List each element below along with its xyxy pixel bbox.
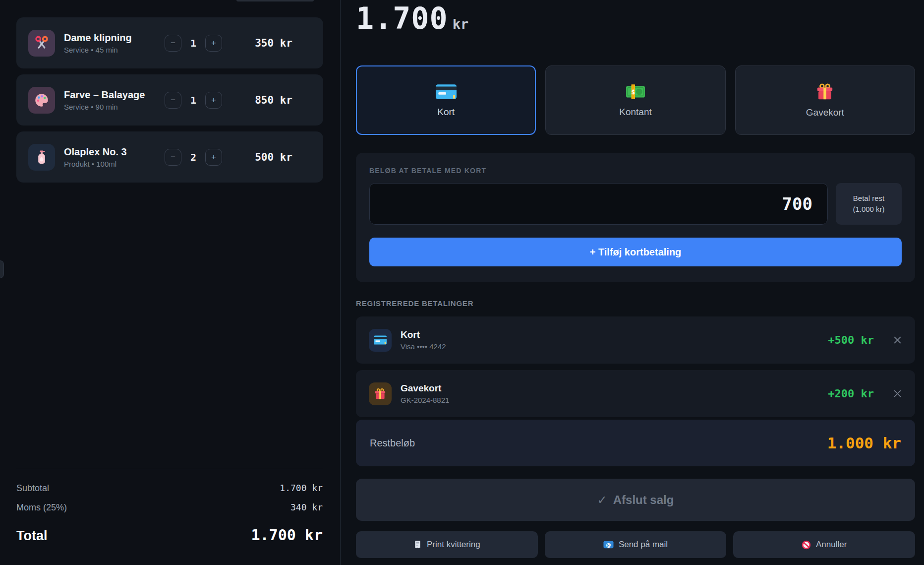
- remainder-row: Restbeløb 1.000 kr: [356, 420, 915, 466]
- cart-item-dame-klipning: Dame klipning Service • 45 min − 1 + 350…: [16, 17, 323, 68]
- credit-card-icon: [369, 329, 392, 352]
- total-label: Total: [16, 528, 48, 544]
- bottle-icon: [28, 144, 55, 171]
- tax-row: Moms (25%) 340 kr: [16, 502, 323, 513]
- pay-rest-line2: (1.000 kr): [853, 205, 884, 213]
- total-row: Total 1.700 kr: [16, 526, 323, 544]
- payment-method-detail: GK-2024-8821: [401, 396, 819, 404]
- payment-row-info: Kort Visa •••• 4242: [401, 329, 819, 351]
- subtotal-value: 1.700 kr: [280, 483, 323, 493]
- cancel-label: Annuller: [816, 540, 847, 550]
- decrease-quantity-button[interactable]: −: [165, 35, 181, 52]
- finish-sale-label: Afslut salg: [613, 493, 674, 507]
- item-meta: Service • 90 min: [64, 103, 156, 111]
- item-name: Dame klipning: [64, 32, 156, 44]
- pay-rest-line1: Betal rest: [853, 194, 884, 202]
- cash-icon: $: [625, 83, 646, 100]
- tax-value: 340 kr: [290, 502, 323, 512]
- gift-icon: [815, 83, 834, 101]
- scissors-icon: [28, 30, 55, 57]
- card-amount-input[interactable]: [369, 183, 828, 225]
- check-icon: ✓: [597, 493, 607, 507]
- tab-label: Gavekort: [806, 107, 844, 118]
- add-card-payment-button[interactable]: + Tilføj kortbetaling: [369, 238, 902, 266]
- item-info: Olaplex No. 3 Produkt • 100ml: [64, 146, 156, 168]
- total-value: 1.700 kr: [251, 526, 323, 544]
- quantity-value: 1: [182, 37, 204, 49]
- payment-amount: +500 kr: [828, 334, 874, 346]
- cart-item-olaplex: Olaplex No. 3 Produkt • 100ml − 2 + 500 …: [16, 131, 323, 183]
- registered-payment-gavekort: Gavekort GK-2024-8821 +200 kr: [356, 370, 915, 417]
- decrease-quantity-button[interactable]: −: [165, 92, 181, 109]
- item-meta: Service • 45 min: [64, 46, 156, 54]
- remainder-value: 1.000 kr: [827, 434, 901, 452]
- payment-amount: +200 kr: [828, 387, 874, 400]
- svg-text:$: $: [631, 88, 635, 95]
- amount-due-value: 1.700: [356, 3, 448, 34]
- payment-method-name: Gavekort: [401, 383, 819, 394]
- item-price: 850 kr: [238, 94, 292, 106]
- receipt-icon: [413, 540, 422, 550]
- amount-due: 1.700 kr: [356, 3, 915, 34]
- pay-rest-button[interactable]: Betal rest (1.000 kr): [836, 183, 902, 225]
- card-amount-row: Betal rest (1.000 kr): [369, 183, 902, 225]
- decrease-quantity-button[interactable]: −: [165, 149, 181, 166]
- cancel-button[interactable]: Annuller: [733, 531, 915, 558]
- item-price: 500 kr: [238, 151, 292, 163]
- tab-kontant[interactable]: $ Kontant: [545, 65, 725, 135]
- card-payment-form: BELØB AT BETALE MED KORT Betal rest (1.0…: [356, 153, 915, 282]
- tab-gavekort[interactable]: Gavekort: [735, 65, 915, 135]
- cart-item-farve-balayage: Farve – Balayage Service • 90 min − 1 + …: [16, 74, 323, 126]
- quantity-value: 1: [182, 94, 204, 106]
- remove-payment-button[interactable]: [893, 335, 902, 345]
- close-icon: [893, 335, 902, 345]
- email-icon: @: [603, 541, 614, 549]
- panel-drag-handle[interactable]: [0, 260, 4, 278]
- scrolled-item-edge: [236, 0, 314, 1]
- item-info: Farve – Balayage Service • 90 min: [64, 89, 156, 111]
- footer-actions: Print kvittering @ Send på mail Annuller: [356, 531, 915, 558]
- quantity-stepper: − 1 +: [165, 92, 222, 109]
- prohibited-icon: [802, 540, 811, 550]
- registered-payments-heading: REGISTREREDE BETALINGER: [356, 299, 915, 308]
- tab-kort[interactable]: Kort: [356, 65, 536, 135]
- tab-label: Kontant: [619, 107, 652, 118]
- pos-checkout-screen: Dame klipning Service • 45 min − 1 + 350…: [0, 0, 924, 565]
- print-receipt-label: Print kvittering: [427, 540, 480, 550]
- credit-card-icon: [436, 83, 457, 100]
- payment-method-detail: Visa •••• 4242: [401, 342, 819, 351]
- increase-quantity-button[interactable]: +: [205, 149, 222, 166]
- amount-due-currency: kr: [453, 16, 469, 34]
- item-price: 350 kr: [238, 37, 292, 49]
- item-meta: Produkt • 100ml: [64, 160, 156, 168]
- quantity-stepper: − 1 +: [165, 35, 222, 52]
- tab-label: Kort: [437, 107, 455, 118]
- remainder-label: Restbeløb: [370, 438, 415, 449]
- payment-method-tabs: Kort $ Kontant: [356, 65, 915, 135]
- cart-panel: Dame klipning Service • 45 min − 1 + 350…: [0, 0, 341, 565]
- registered-payment-kort: Kort Visa •••• 4242 +500 kr: [356, 316, 915, 364]
- remove-payment-button[interactable]: [893, 389, 902, 398]
- finish-sale-button[interactable]: ✓ Afslut salg: [356, 479, 915, 521]
- item-info: Dame klipning Service • 45 min: [64, 32, 156, 54]
- card-amount-label: BELØB AT BETALE MED KORT: [369, 167, 902, 175]
- palette-icon: [28, 87, 55, 114]
- svg-text:@: @: [606, 542, 611, 548]
- subtotal-row: Subtotal 1.700 kr: [16, 483, 323, 494]
- close-icon: [893, 389, 902, 398]
- payment-row-info: Gavekort GK-2024-8821: [401, 383, 819, 404]
- subtotal-label: Subtotal: [16, 483, 49, 494]
- send-email-label: Send på mail: [619, 540, 668, 550]
- increase-quantity-button[interactable]: +: [205, 35, 222, 52]
- tax-label: Moms (25%): [16, 502, 67, 513]
- quantity-stepper: − 2 +: [165, 149, 222, 166]
- quantity-value: 2: [182, 151, 204, 163]
- item-name: Olaplex No. 3: [64, 146, 156, 158]
- item-name: Farve – Balayage: [64, 89, 156, 101]
- payment-panel: 1.700 kr Kort: [341, 0, 924, 565]
- gift-icon: [369, 382, 392, 405]
- increase-quantity-button[interactable]: +: [205, 92, 222, 109]
- send-email-button[interactable]: @ Send på mail: [545, 531, 727, 558]
- print-receipt-button[interactable]: Print kvittering: [356, 531, 538, 558]
- payment-method-name: Kort: [401, 329, 819, 341]
